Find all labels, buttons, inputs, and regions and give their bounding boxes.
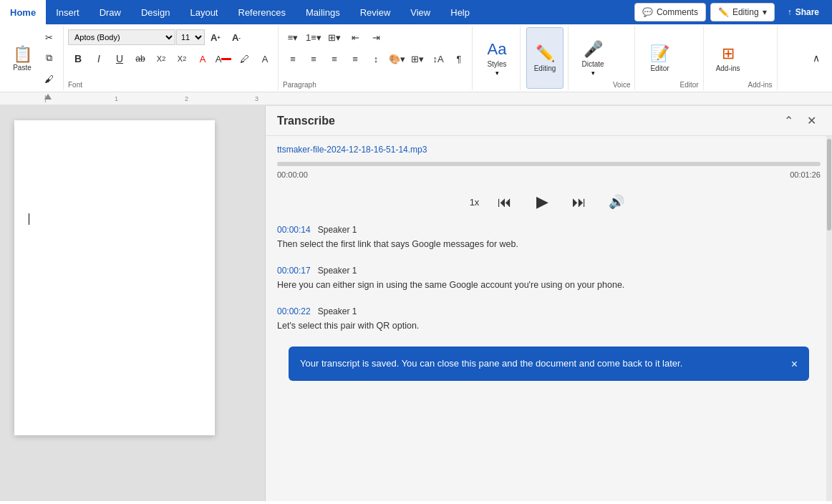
transcript-time-2[interactable]: 00:00:22 [277,306,311,316]
sort-button[interactable]: ↕A [428,49,448,69]
format-painter-button[interactable]: 🖌 [39,69,59,89]
skip-forward-button[interactable]: ⏭ [568,190,591,213]
tab-mailings[interactable]: Mailings [296,0,350,24]
clipboard-group: 📋 Paste ✂ ⧉ 🖌 [3,26,64,90]
strikethrough-button[interactable]: ab [130,49,150,69]
ribbon: Home Insert Draw Design Layout Reference… [0,0,832,106]
line-spacing-button[interactable]: ↕ [366,49,386,69]
addins-button[interactable]: ⊞ Add-ins [710,27,747,89]
paste-icon: 📋 [13,45,32,64]
clear-format-button[interactable]: A [193,49,213,69]
font-size-increase-btn[interactable]: A+ [205,27,226,47]
paragraph-group: ≡▾ 1≡▾ ⊞▾ ⇤ ⇥ ≡ ≡ ≡ ≡ ↕ 🎨▾ ⊞▾ ↕A ¶ Parag… [280,26,473,90]
transcribe-panel: Transcribe ⌃ ✕ ttsmaker-file-2024-12-18-… [265,106,832,501]
voice-group: 🎤 Dictate ▾ Voice [570,26,635,90]
align-left-button[interactable]: ≡ [283,49,303,69]
bullets-button[interactable]: ≡▾ [283,27,303,47]
tab-references[interactable]: References [228,0,296,24]
styles-group: Aa Styles ▾ [474,26,521,90]
transcript-speaker-2: Speaker 1 [318,306,357,316]
transcript-time-1[interactable]: 00:00:17 [277,266,311,276]
dictate-button[interactable]: 🎤 Dictate ▾ [574,27,611,89]
align-right-button[interactable]: ≡ [324,49,344,69]
rewind-to-start-button[interactable]: ⏮ [493,190,516,213]
ribbon-tab-bar: Home Insert Draw Design Layout Reference… [0,0,832,24]
transcript-speaker-0: Speaker 1 [318,225,357,235]
audio-times: 00:00:00 00:01:26 [277,170,821,179]
tab-layout[interactable]: Layout [180,0,228,24]
editing-group: ✏️ Editing [522,26,569,90]
styles-button[interactable]: Aa Styles ▾ [478,27,516,89]
editing-button[interactable]: ✏️ Editing [526,27,563,89]
transcript-entry: 00:00:22 Speaker 1 Let's select this pai… [277,306,821,333]
align-center-button[interactable]: ≡ [304,49,324,69]
tab-design[interactable]: Design [131,0,180,24]
ruler: | 1 2 3 [0,92,832,105]
collapse-ribbon-button[interactable]: ∧ [806,48,826,68]
document-area[interactable] [0,106,265,501]
speed-button[interactable]: 1x [470,197,480,208]
highlight-btn[interactable]: 🖊 [234,49,254,69]
dictate-dropdown-icon: ▾ [591,69,595,77]
transcribe-close-button[interactable]: ✕ [802,112,821,130]
italic-button[interactable]: I [89,49,109,69]
notification-banner: Your transcript is saved. You can close … [289,346,809,381]
editing-mode-button[interactable]: ✏️ Editing ▾ [710,3,775,21]
shading-button[interactable]: 🎨▾ [387,49,407,69]
copy-button[interactable]: ⧉ [39,48,59,68]
share-button[interactable]: ↑ Share [779,3,828,21]
editor-button[interactable]: 📝 Editor [641,27,678,89]
play-button[interactable]: ▶ [531,190,553,213]
scrollbar-track[interactable] [826,136,832,501]
voice-group-label: Voice [613,79,630,89]
multilevel-list-button[interactable]: ⊞▾ [324,27,344,47]
ribbon-toolbar: 📋 Paste ✂ ⧉ 🖌 Aptos (Body) 11 A+ A- [0,24,832,92]
transcribe-header: Transcribe ⌃ ✕ [266,106,832,136]
transcript-text-2: Let's select this pair with QR option. [277,319,821,333]
ribbon-action-btns: 💬 Comments ✏️ Editing ▾ ↑ Share [634,0,832,24]
borders-button[interactable]: ⊞▾ [407,49,427,69]
font-name-select[interactable]: Aptos (Body) [68,29,175,45]
notification-text: Your transcript is saved. You can close … [300,357,783,371]
font-size-select[interactable]: 11 [176,29,205,45]
paste-button[interactable]: 📋 Paste [7,27,37,89]
font-color-btn[interactable]: A [213,49,233,69]
underline-button[interactable]: U [110,49,130,69]
tab-insert[interactable]: Insert [46,0,90,24]
numbering-button[interactable]: 1≡▾ [304,27,324,47]
superscript-button[interactable]: X2 [172,49,192,69]
document-page[interactable] [14,120,215,435]
comments-button[interactable]: 💬 Comments [634,3,706,21]
subscript-button[interactable]: X2 [151,49,171,69]
audio-file-link[interactable]: ttsmaker-file-2024-12-18-16-51-14.mp3 [277,145,821,155]
addins-icon: ⊞ [722,44,735,63]
tab-review[interactable]: Review [350,0,401,24]
bold-button[interactable]: B [68,49,88,69]
font-group: Aptos (Body) 11 A+ A- B I U ab X2 X2 A A… [65,26,279,90]
increase-indent-button[interactable]: ⇥ [366,27,386,47]
transcript-meta-2: 00:00:22 Speaker 1 [277,306,821,316]
show-hide-button[interactable]: ¶ [449,49,469,69]
transcript-time-0[interactable]: 00:00:14 [277,225,311,235]
styles-dropdown-icon: ▾ [495,69,499,77]
styles-icon: Aa [488,40,507,59]
notification-close-button[interactable]: × [791,358,798,371]
editor-group-label: Editor [679,79,698,89]
audio-progress-bar[interactable] [277,162,821,166]
dictate-icon: 🎤 [584,40,603,59]
styles-label: Styles [487,60,506,68]
tab-view[interactable]: View [400,0,440,24]
tab-draw[interactable]: Draw [90,0,131,24]
tab-home[interactable]: Home [0,0,46,24]
scrollbar-thumb[interactable] [827,139,831,231]
chevron-down-icon: ▾ [763,7,767,17]
text-effects-btn[interactable]: A [255,49,275,69]
decrease-indent-button[interactable]: ⇤ [345,27,365,47]
transcribe-collapse-button[interactable]: ⌃ [779,112,798,130]
font-size-decrease-btn[interactable]: A- [226,27,246,47]
tab-help[interactable]: Help [440,0,480,24]
comment-icon: 💬 [642,7,653,17]
cut-button[interactable]: ✂ [39,27,59,47]
volume-button[interactable]: 🔊 [605,190,628,213]
justify-button[interactable]: ≡ [345,49,365,69]
